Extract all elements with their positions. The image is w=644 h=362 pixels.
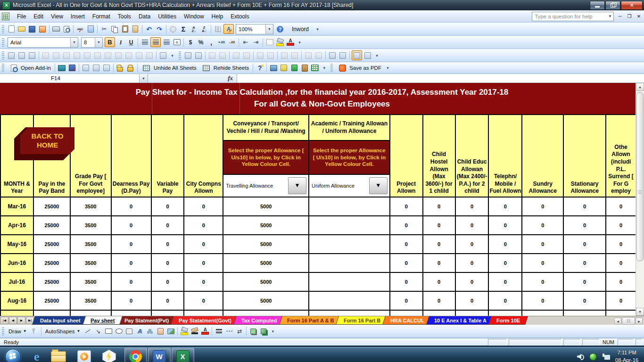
forms-code-icon[interactable] bbox=[27, 51, 37, 60]
value-cell[interactable] bbox=[309, 292, 390, 310]
toolbar-grip[interactable] bbox=[2, 38, 4, 47]
header-dearness-pay[interactable]: Dearness Pay (D.Pay) bbox=[112, 115, 152, 197]
value-cell[interactable]: 0 bbox=[423, 235, 456, 253]
sheet-tab-pay-sheet[interactable]: Pay sheet bbox=[83, 316, 123, 325]
sheet-tab-form-16-part-b[interactable]: Form 16 Part B bbox=[336, 316, 388, 325]
unlock-gold-icon[interactable] bbox=[116, 64, 125, 73]
fill-color-icon[interactable] bbox=[275, 38, 285, 47]
tray-status-icon[interactable] bbox=[589, 353, 597, 361]
sheet-tab-pay-statment-pvt-[interactable]: Pay Statment(Pvt) bbox=[116, 316, 177, 325]
value-cell[interactable] bbox=[606, 311, 636, 316]
vertical-scroll-thumb[interactable] bbox=[636, 92, 644, 261]
help-question-box[interactable]: Type a question for help ▼ bbox=[532, 12, 614, 21]
first-sheet-icon[interactable]: |◀ bbox=[0, 317, 8, 324]
properties2-icon[interactable] bbox=[328, 51, 337, 60]
fill-color2-icon[interactable] bbox=[180, 327, 189, 336]
arrow-style-icon[interactable] bbox=[235, 327, 244, 336]
chevron-down-icon[interactable]: ▼ bbox=[95, 38, 102, 47]
value-cell[interactable] bbox=[309, 254, 390, 272]
value-cell[interactable]: 0 bbox=[423, 216, 456, 234]
value-cell[interactable]: 0 bbox=[564, 235, 606, 253]
sheet-yellow-icon[interactable] bbox=[279, 64, 289, 73]
value-cell[interactable]: 0 bbox=[112, 273, 152, 291]
restore-button[interactable] bbox=[605, 1, 620, 10]
header-project-allowance[interactable]: Project Allown bbox=[390, 115, 423, 197]
month-cell[interactable]: Jun-16 bbox=[1, 254, 34, 272]
value-cell[interactable]: 0 bbox=[152, 292, 185, 310]
paste-icon[interactable] bbox=[120, 25, 130, 33]
post-green-icon[interactable] bbox=[289, 64, 299, 73]
value-cell[interactable]: 0 bbox=[152, 235, 185, 253]
value-cell[interactable]: 5000 bbox=[223, 235, 309, 253]
header-telephone[interactable]: Telephn/ Mobile / Fuel Allown bbox=[489, 115, 522, 197]
open-icon[interactable] bbox=[17, 25, 26, 33]
value-cell[interactable]: 0 bbox=[456, 197, 489, 215]
permission-icon[interactable] bbox=[38, 25, 47, 33]
scroll-up-icon[interactable]: ▲ bbox=[636, 83, 644, 91]
print-icon[interactable] bbox=[51, 25, 61, 33]
value-cell[interactable]: 0 bbox=[184, 235, 223, 253]
academic-allowance-dropdown[interactable]: Uniform Allowance ▼ bbox=[309, 175, 389, 197]
toolbar-grip[interactable] bbox=[2, 64, 4, 72]
value-cell[interactable] bbox=[309, 216, 390, 234]
align-center-icon[interactable] bbox=[150, 37, 161, 47]
sheet-tab-hra-calcul[interactable]: HRA CALCUL bbox=[382, 316, 432, 325]
clip-art-icon[interactable] bbox=[156, 327, 165, 336]
value-cell[interactable] bbox=[309, 197, 390, 215]
chart-wizard-icon[interactable] bbox=[213, 25, 223, 33]
research-icon[interactable] bbox=[86, 25, 95, 33]
picture-frame-icon[interactable] bbox=[145, 51, 154, 60]
value-cell[interactable]: 0 bbox=[152, 273, 185, 291]
font-color-icon[interactable] bbox=[286, 38, 295, 47]
sheet-tab-form-10e[interactable]: Form 10E bbox=[488, 316, 528, 325]
winamp-icon[interactable] bbox=[102, 350, 116, 362]
spin-down-icon[interactable] bbox=[314, 51, 323, 60]
previous-sheet-icon[interactable]: ◀ bbox=[9, 317, 17, 324]
value-cell[interactable] bbox=[112, 311, 152, 316]
menu-extools[interactable]: Extools bbox=[227, 12, 253, 21]
value-cell[interactable]: 0 bbox=[390, 197, 423, 215]
value-cell[interactable]: 5000 bbox=[223, 292, 309, 310]
value-cell[interactable]: 5000 bbox=[223, 216, 309, 234]
diagram-icon[interactable] bbox=[145, 327, 155, 336]
unhide-all-sheets-button[interactable]: Unhide All Sheets bbox=[139, 63, 199, 73]
value-cell[interactable]: 3500 bbox=[71, 216, 112, 234]
open-addin-button[interactable]: Open Add-in bbox=[6, 63, 53, 73]
header-child-education[interactable]: Child Educ Allowan (Max 2400/- P.A.) for… bbox=[456, 115, 489, 197]
value-cell[interactable]: 3500 bbox=[71, 273, 112, 291]
dash-style-icon[interactable] bbox=[224, 327, 234, 336]
sheet-shift-icon[interactable] bbox=[102, 64, 111, 73]
formula-input[interactable] bbox=[237, 74, 644, 82]
value-cell[interactable]: 0 bbox=[152, 254, 185, 272]
align-left-icon[interactable] bbox=[140, 38, 149, 47]
header-grade-pay[interactable]: Grade Pay [ For Govt employee] bbox=[71, 115, 112, 197]
value-cell[interactable]: 5000 bbox=[223, 273, 309, 291]
merge-center-icon[interactable] bbox=[172, 38, 182, 47]
font-name-combo[interactable]: Arial ▼ bbox=[8, 37, 78, 48]
value-cell[interactable] bbox=[34, 311, 71, 316]
horizontal-scroll-thumb[interactable] bbox=[622, 317, 635, 325]
percent-icon[interactable] bbox=[196, 38, 206, 47]
value-cell[interactable]: 0 bbox=[423, 197, 456, 215]
value-cell[interactable]: 0 bbox=[184, 254, 223, 272]
menu-edit[interactable]: Edit bbox=[30, 12, 47, 21]
sheet-tab-tax-computed[interactable]: Tax Computed bbox=[233, 316, 285, 325]
toolbar-options-icon[interactable]: ▾ bbox=[315, 27, 320, 31]
toolbar-options-icon[interactable]: ▾ bbox=[385, 66, 390, 70]
save-icon[interactable] bbox=[27, 25, 37, 33]
value-cell[interactable]: 0 bbox=[390, 235, 423, 253]
save-as-pdf-button[interactable]: Save as PDF bbox=[335, 63, 384, 73]
freeze-grid-icon[interactable] bbox=[91, 64, 101, 73]
value-cell[interactable]: 25000 bbox=[34, 235, 71, 253]
hyperlink-icon[interactable] bbox=[168, 25, 178, 33]
combo-box2-icon[interactable] bbox=[266, 51, 275, 60]
list-box-icon[interactable] bbox=[83, 51, 92, 60]
menu-window[interactable]: Window bbox=[180, 12, 208, 21]
increase-indent-icon[interactable] bbox=[251, 38, 261, 47]
design-exit-icon[interactable] bbox=[363, 51, 372, 60]
value-cell[interactable]: 0 bbox=[390, 273, 423, 291]
save-no-icon[interactable] bbox=[67, 64, 77, 73]
excel-taskbar-button[interactable]: X bbox=[172, 348, 194, 362]
value-cell[interactable]: 0 bbox=[489, 235, 522, 253]
value-cell[interactable]: 0 bbox=[112, 235, 152, 253]
